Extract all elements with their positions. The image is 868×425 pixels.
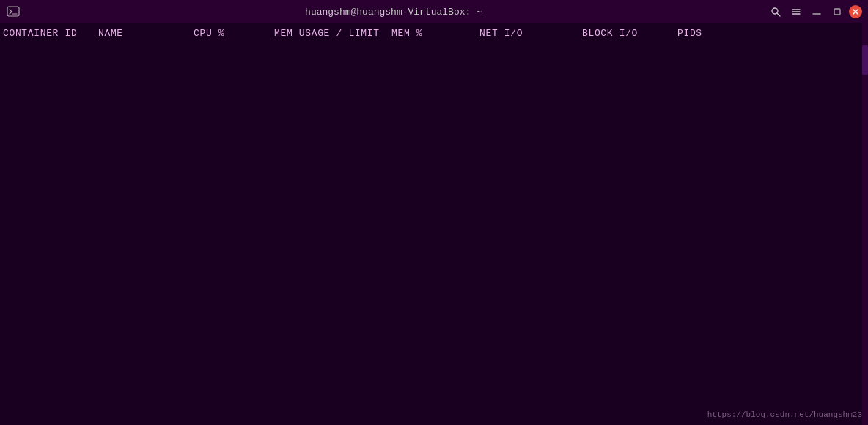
col-header-pids: PIDS (677, 28, 736, 39)
col-header-cpu: CPU % (194, 28, 274, 39)
table-header-row: CONTAINER ID NAME CPU % MEM USAGE / LIMI… (0, 23, 868, 43)
watermark: https://blog.csdn.net/huangshm23 (707, 410, 862, 419)
col-header-name: NAME (98, 28, 194, 39)
scrollbar[interactable] (862, 23, 868, 425)
window-title: huangshm@huangshm-VirtualBox: ~ (21, 7, 767, 18)
svg-line-3 (777, 13, 780, 16)
titlebar-left (6, 4, 21, 19)
terminal-icon (6, 4, 21, 19)
col-header-mem-pct: MEM % (391, 28, 479, 39)
scrollbar-thumb[interactable] (862, 45, 868, 75)
close-button[interactable] (849, 5, 862, 18)
restore-button[interactable] (828, 3, 846, 21)
titlebar-controls (767, 3, 862, 21)
col-header-mem-usage: MEM USAGE / LIMIT (274, 28, 391, 39)
col-header-net-io: NET I/O (479, 28, 582, 39)
menu-button[interactable] (787, 3, 805, 21)
titlebar: huangshm@huangshm-VirtualBox: ~ (0, 0, 868, 23)
col-header-block-io: BLOCK I/O (582, 28, 677, 39)
col-header-container-id: CONTAINER ID (3, 28, 98, 39)
minimize-button[interactable] (808, 3, 825, 21)
svg-rect-8 (834, 9, 840, 15)
svg-rect-0 (7, 7, 19, 16)
terminal-content: CONTAINER ID NAME CPU % MEM USAGE / LIMI… (0, 23, 868, 425)
terminal-window: huangshm@huangshm-VirtualBox: ~ (0, 0, 868, 425)
search-button[interactable] (767, 3, 784, 21)
